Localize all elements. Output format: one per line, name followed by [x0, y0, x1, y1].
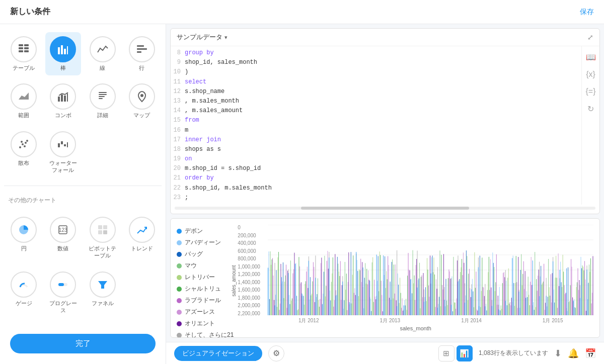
bar[interactable] [381, 255, 381, 315]
bar[interactable] [466, 250, 467, 315]
settings-gear-button[interactable]: ⚙ [268, 345, 284, 361]
bar[interactable] [527, 297, 528, 315]
bar[interactable] [301, 282, 301, 315]
bar[interactable] [378, 281, 378, 315]
bar[interactable] [324, 271, 324, 315]
chart-type-trend[interactable]: トレンド [124, 213, 160, 263]
bar[interactable] [320, 299, 321, 315]
bar[interactable] [287, 308, 287, 315]
bar[interactable] [451, 305, 451, 315]
bar[interactable] [278, 252, 279, 315]
bar[interactable] [362, 262, 363, 315]
bar[interactable] [587, 269, 587, 315]
bar[interactable] [280, 304, 280, 315]
bar[interactable] [520, 270, 521, 315]
bar[interactable] [422, 276, 422, 315]
chart-type-bar[interactable]: 棒 [45, 32, 81, 75]
bar[interactable] [531, 257, 532, 315]
chart-type-progress[interactable]: プログレース [45, 267, 81, 318]
bar[interactable] [407, 310, 407, 315]
bar[interactable] [578, 290, 579, 315]
bar[interactable] [380, 251, 380, 315]
bar[interactable] [319, 300, 319, 315]
bar[interactable] [506, 281, 507, 315]
bar[interactable] [560, 261, 561, 315]
bar[interactable] [359, 269, 360, 315]
bar[interactable] [319, 307, 320, 315]
bar[interactable] [409, 269, 409, 315]
bar[interactable] [550, 296, 551, 315]
bar[interactable] [304, 305, 305, 315]
bar[interactable] [586, 311, 586, 315]
bar[interactable] [292, 298, 292, 315]
bar[interactable] [272, 258, 273, 315]
bar[interactable] [385, 256, 386, 315]
bar[interactable] [302, 294, 303, 315]
bar[interactable] [414, 276, 415, 315]
bar[interactable] [431, 257, 432, 315]
bar[interactable] [298, 309, 298, 315]
bar[interactable] [452, 277, 452, 315]
bar[interactable] [269, 251, 269, 315]
bar[interactable] [476, 271, 477, 315]
bar[interactable] [291, 301, 292, 315]
bar[interactable] [374, 280, 375, 315]
bar[interactable] [361, 259, 361, 315]
bar[interactable] [557, 278, 557, 315]
bar[interactable] [501, 306, 501, 315]
bar[interactable] [561, 282, 562, 315]
bar[interactable] [574, 299, 574, 315]
chart-type-detail[interactable]: 詳細 [85, 79, 120, 123]
bar[interactable] [430, 255, 430, 315]
bar[interactable] [383, 311, 383, 315]
bar[interactable] [463, 252, 464, 315]
bar[interactable] [578, 268, 578, 315]
bar[interactable] [478, 311, 478, 315]
bar[interactable] [441, 255, 442, 315]
bar[interactable] [284, 298, 284, 315]
bar[interactable] [517, 308, 518, 315]
bar[interactable] [331, 300, 331, 315]
bar[interactable] [420, 308, 421, 315]
bar[interactable] [342, 285, 342, 315]
bar[interactable] [406, 299, 406, 315]
bar[interactable] [285, 276, 286, 315]
bar[interactable] [487, 310, 487, 315]
equals-icon[interactable]: {=} [585, 87, 595, 96]
bar[interactable] [370, 281, 370, 315]
bar[interactable] [457, 299, 457, 315]
bar[interactable] [339, 271, 339, 315]
bar[interactable] [365, 263, 366, 315]
bar[interactable] [515, 283, 516, 315]
bar[interactable] [347, 310, 348, 315]
bar[interactable] [534, 302, 534, 315]
bar[interactable] [468, 300, 468, 315]
bar[interactable] [549, 287, 550, 315]
chart-type-funnel[interactable]: ファネル [85, 267, 120, 318]
bar[interactable] [352, 303, 352, 315]
bar[interactable] [403, 311, 403, 315]
bar[interactable] [340, 276, 340, 315]
bar[interactable] [516, 256, 516, 315]
bar[interactable] [544, 264, 545, 315]
bar[interactable] [588, 283, 589, 315]
bar[interactable] [318, 279, 318, 315]
bar[interactable] [290, 304, 290, 315]
bar[interactable] [563, 255, 563, 315]
bar[interactable] [566, 293, 566, 315]
bar[interactable] [336, 296, 336, 315]
bar[interactable] [488, 272, 489, 315]
bar[interactable] [505, 277, 505, 315]
bar[interactable] [555, 278, 556, 315]
bar[interactable] [366, 284, 366, 315]
bar[interactable] [376, 254, 377, 315]
bar[interactable] [536, 307, 536, 315]
bar[interactable] [554, 303, 555, 315]
save-button[interactable]: 保存 [580, 8, 594, 17]
bar[interactable] [415, 300, 415, 315]
bar[interactable] [581, 257, 581, 315]
bar[interactable] [305, 284, 306, 315]
bar[interactable] [526, 298, 526, 315]
bar[interactable] [545, 310, 545, 315]
bar[interactable] [449, 269, 449, 315]
